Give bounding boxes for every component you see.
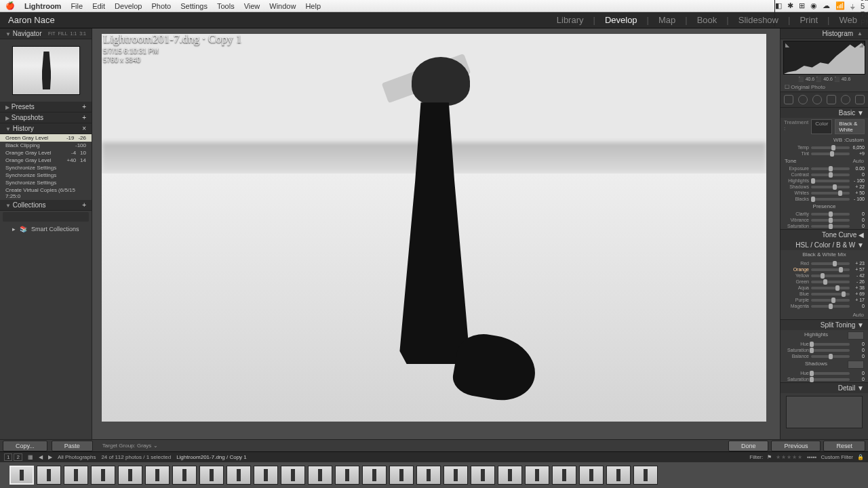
slider-shadows[interactable]: Shadows+ 22 bbox=[781, 184, 868, 190]
menu-develop[interactable]: Develop bbox=[115, 2, 142, 10]
nav-back-icon[interactable]: ◀ bbox=[39, 454, 43, 460]
slider-hue[interactable]: Hue0 bbox=[781, 370, 868, 376]
tray-icon[interactable]: ✱ bbox=[787, 1, 793, 10]
crop-tool[interactable] bbox=[784, 95, 793, 104]
filmstrip-thumb[interactable] bbox=[281, 466, 305, 485]
menu-photo[interactable]: Photo bbox=[151, 2, 171, 10]
filmstrip-thumb[interactable] bbox=[335, 466, 359, 485]
slider-aqua[interactable]: Aqua+ 38 bbox=[781, 285, 868, 291]
history-item[interactable]: Synchronize Settings bbox=[0, 171, 92, 179]
window-2[interactable]: 2 bbox=[14, 453, 22, 461]
photo-canvas[interactable] bbox=[102, 34, 766, 422]
highlight-swatch[interactable] bbox=[848, 331, 864, 340]
module-map[interactable]: Map bbox=[656, 15, 678, 25]
navigator-header[interactable]: ▼ Navigator FIT FILL 1:1 3:1 bbox=[0, 28, 92, 39]
filmstrip-thumb[interactable] bbox=[416, 466, 441, 485]
detail-preview[interactable] bbox=[786, 396, 863, 428]
filmstrip[interactable] bbox=[0, 462, 868, 488]
nav-fill[interactable]: FILL bbox=[58, 31, 68, 36]
nav-fwd-icon[interactable]: ▶ bbox=[48, 454, 52, 460]
history-item[interactable]: Create Virtual Copies (6/5/15 7:25:0 bbox=[0, 186, 92, 200]
filmstrip-thumb[interactable] bbox=[362, 466, 387, 485]
filmstrip-thumb[interactable] bbox=[471, 466, 495, 485]
source-label[interactable]: All Photographs bbox=[58, 454, 96, 460]
histogram-header[interactable]: Histogram▲ bbox=[781, 28, 868, 39]
custom-filter[interactable]: Custom Filter bbox=[821, 454, 853, 460]
menu-tools[interactable]: Tools bbox=[217, 2, 235, 10]
menu-edit[interactable]: Edit bbox=[92, 2, 105, 10]
slider-blue[interactable]: Blue+ 69 bbox=[781, 291, 868, 297]
nav-3-1[interactable]: 3:1 bbox=[79, 31, 86, 36]
redeye-tool[interactable] bbox=[812, 95, 822, 104]
slider-tint[interactable]: Tint+9 bbox=[781, 150, 868, 157]
gradient-tool[interactable] bbox=[827, 95, 836, 104]
slider-hue[interactable]: Hue0 bbox=[781, 341, 868, 347]
tray-icon[interactable]: ◉ bbox=[810, 1, 817, 10]
treatment-color[interactable]: Color bbox=[811, 119, 832, 134]
hsl-header[interactable]: HSL / Color / B & W ▼ bbox=[781, 240, 868, 250]
slider-yellow[interactable]: Yellow- 42 bbox=[781, 272, 868, 279]
filmstrip-thumb[interactable] bbox=[9, 466, 34, 485]
slider-saturation[interactable]: Saturation0 bbox=[781, 376, 868, 382]
filmstrip-thumb[interactable] bbox=[552, 466, 576, 485]
nav-fit[interactable]: FIT bbox=[48, 31, 56, 36]
clock[interactable]: Fri Jun 5 7:36 PM bbox=[861, 0, 868, 26]
slider-contrast[interactable]: Contrast0 bbox=[781, 171, 868, 178]
history-item[interactable]: Green Gray Level-19-26 bbox=[0, 134, 92, 142]
filmstrip-thumb[interactable] bbox=[37, 466, 61, 485]
splittoning-header[interactable]: Split Toning ▼ bbox=[781, 320, 868, 330]
slider-orange[interactable]: Orange+ 57 bbox=[781, 266, 868, 272]
tone-auto[interactable]: Auto bbox=[853, 158, 864, 164]
module-slideshow[interactable]: Slideshow bbox=[736, 15, 781, 25]
navigator-thumbnail[interactable] bbox=[12, 46, 80, 95]
menu-window[interactable]: Window bbox=[269, 2, 296, 10]
history-item[interactable]: Synchronize Settings bbox=[0, 164, 92, 171]
original-photo-toggle[interactable]: ☐ Original Photo bbox=[781, 83, 868, 92]
color-filter[interactable]: ▪▪▪▪▪ bbox=[807, 454, 816, 460]
filmstrip-thumb[interactable] bbox=[633, 466, 658, 485]
slider-temp[interactable]: Temp6,050 bbox=[781, 144, 868, 150]
menu-help[interactable]: Help bbox=[305, 2, 321, 10]
wb-dropdown[interactable]: Custom bbox=[845, 137, 864, 143]
tray-icon[interactable]: ☁ bbox=[823, 1, 830, 10]
module-print[interactable]: Print bbox=[797, 15, 821, 25]
filmstrip-thumb[interactable] bbox=[525, 466, 549, 485]
flag-filter-icon[interactable]: ⚑ bbox=[767, 454, 772, 460]
smart-collections[interactable]: ▸📚Smart Collections bbox=[0, 223, 92, 235]
history-item[interactable]: Black Clipping-100 bbox=[0, 142, 92, 149]
slider-highlights[interactable]: Highlights- 100 bbox=[781, 178, 868, 184]
collections-header[interactable]: ▼ Collections+ bbox=[0, 200, 92, 211]
slider-vibrance[interactable]: Vibrance0 bbox=[781, 217, 868, 223]
history-header[interactable]: ▼ History× bbox=[0, 123, 92, 134]
filmstrip-thumb[interactable] bbox=[91, 466, 115, 485]
histogram[interactable]: ◣ ◢ bbox=[783, 41, 865, 75]
filmstrip-thumb[interactable] bbox=[443, 466, 468, 485]
module-web[interactable]: Web bbox=[837, 15, 861, 25]
slider-balance[interactable]: Balance0 bbox=[781, 353, 868, 359]
filmstrip-thumb[interactable] bbox=[498, 466, 522, 485]
reset-button[interactable]: Reset bbox=[823, 441, 865, 451]
menu-file[interactable]: File bbox=[71, 2, 83, 10]
filter-lock-icon[interactable]: 🔒 bbox=[857, 454, 864, 460]
filmstrip-thumb[interactable] bbox=[308, 466, 332, 485]
filmstrip-thumb[interactable] bbox=[226, 466, 251, 485]
rating-filter[interactable]: ★★★★★ bbox=[776, 454, 803, 460]
slider-exposure[interactable]: Exposure0.00 bbox=[781, 165, 868, 171]
collections-filter[interactable] bbox=[3, 212, 89, 222]
filmstrip-thumb[interactable] bbox=[199, 466, 224, 485]
history-item[interactable]: Synchronize Settings bbox=[0, 179, 92, 186]
history-item[interactable]: Orange Gray Level+4014 bbox=[0, 157, 92, 164]
treatment-bw[interactable]: Black & White bbox=[835, 119, 865, 134]
breadcrumb[interactable]: Lightroom201-7.dng / Copy 1 bbox=[176, 454, 247, 460]
done-button[interactable]: Done bbox=[728, 441, 769, 451]
brush-tool[interactable] bbox=[855, 95, 865, 104]
slider-magenta[interactable]: Magenta0 bbox=[781, 303, 868, 309]
paste-button[interactable]: Paste bbox=[52, 441, 93, 451]
module-develop[interactable]: Develop bbox=[602, 15, 640, 25]
window-1[interactable]: 1 bbox=[4, 453, 12, 461]
slider-green[interactable]: Green- 26 bbox=[781, 279, 868, 285]
presets-header[interactable]: ▶ Presets+ bbox=[0, 102, 92, 113]
snapshots-header[interactable]: ▶ Snapshots+ bbox=[0, 113, 92, 123]
slider-red[interactable]: Red+ 23 bbox=[781, 260, 868, 266]
history-item[interactable]: Orange Gray Level-410 bbox=[0, 149, 92, 157]
